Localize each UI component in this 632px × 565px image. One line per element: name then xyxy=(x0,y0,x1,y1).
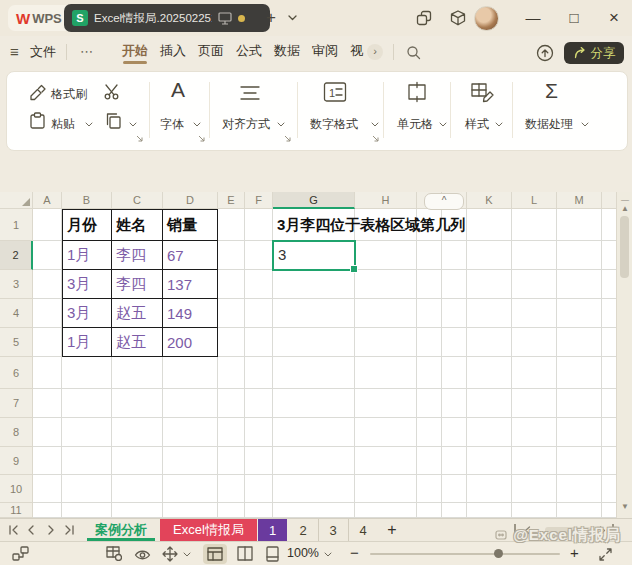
cell-I8[interactable] xyxy=(417,418,442,447)
cell-B7[interactable] xyxy=(62,389,112,418)
cut-scissors-icon[interactable] xyxy=(103,83,121,100)
column-header-E[interactable]: E xyxy=(218,192,245,209)
zoom-slider-track[interactable] xyxy=(370,553,560,555)
zoom-in-button[interactable]: + xyxy=(570,542,579,564)
cell-H4[interactable] xyxy=(355,299,417,328)
cell-L8[interactable] xyxy=(512,418,557,447)
cell-C8[interactable] xyxy=(112,418,163,447)
cell-G7[interactable] xyxy=(273,389,355,418)
cells-menu[interactable]: 单元格 xyxy=(397,116,433,133)
prev-sheet-icon[interactable] xyxy=(27,525,35,535)
cell-E5[interactable] xyxy=(218,328,245,357)
cell-A3[interactable] xyxy=(33,270,62,299)
share-button[interactable]: 分享 xyxy=(564,42,624,64)
cell-C5[interactable]: 赵五 xyxy=(112,328,163,357)
cell-K3[interactable] xyxy=(467,270,512,299)
collapse-ribbon-button[interactable]: ^ xyxy=(424,193,464,210)
cell-partial[interactable] xyxy=(602,241,616,270)
cell-K8[interactable] xyxy=(467,418,512,447)
cell-G10[interactable] xyxy=(273,475,355,503)
page-layout-view-button[interactable] xyxy=(265,546,280,562)
cell-M8[interactable] xyxy=(557,418,602,447)
column-header-D[interactable]: D xyxy=(163,192,218,209)
cell-E1[interactable] xyxy=(218,209,245,241)
cell-D9[interactable] xyxy=(163,447,218,475)
cell-partial[interactable] xyxy=(602,503,616,518)
cell-L6[interactable] xyxy=(512,357,557,389)
split-view-button[interactable] xyxy=(237,546,253,561)
cell-H5[interactable] xyxy=(355,328,417,357)
cell-J6[interactable] xyxy=(442,357,467,389)
zoom-out-button[interactable]: − xyxy=(350,542,359,564)
cell-F8[interactable] xyxy=(245,418,273,447)
cell-G6[interactable] xyxy=(273,357,355,389)
eye-visibility-icon[interactable] xyxy=(134,549,151,561)
cell-F7[interactable] xyxy=(245,389,273,418)
cell-H6[interactable] xyxy=(355,357,417,389)
cell-B8[interactable] xyxy=(62,418,112,447)
cell-E3[interactable] xyxy=(218,270,245,299)
column-header-K[interactable]: K xyxy=(467,192,512,209)
cell-L1[interactable] xyxy=(512,209,557,241)
cell-K10[interactable] xyxy=(467,475,512,503)
column-header-G[interactable]: G xyxy=(273,192,355,209)
scrollbar-split-handle[interactable]: — xyxy=(617,195,632,204)
cell-I7[interactable] xyxy=(417,389,442,418)
cell-B1[interactable]: 月份 xyxy=(62,209,112,241)
cell-D3[interactable]: 137 xyxy=(163,270,218,299)
cell-C7[interactable] xyxy=(112,389,163,418)
cell-M10[interactable] xyxy=(557,475,602,503)
cell-C10[interactable] xyxy=(112,475,163,503)
cell-K6[interactable] xyxy=(467,357,512,389)
cell-I6[interactable] xyxy=(417,357,442,389)
cell-K2[interactable] xyxy=(467,241,512,270)
move-dropdown-chevron[interactable] xyxy=(183,552,191,557)
cell-F11[interactable] xyxy=(245,503,273,518)
scroll-up-arrow-icon[interactable]: ▲ xyxy=(617,204,632,213)
cell-J2[interactable] xyxy=(442,241,467,270)
paste-dropdown-chevron[interactable] xyxy=(85,122,93,127)
cell-G11[interactable] xyxy=(273,503,355,518)
column-header-F[interactable]: F xyxy=(245,192,273,209)
cell-G8[interactable] xyxy=(273,418,355,447)
cell-B5[interactable]: 1月 xyxy=(62,328,112,357)
cell-M4[interactable] xyxy=(557,299,602,328)
cell-A10[interactable] xyxy=(33,475,62,503)
cells-dropdown-chevron[interactable] xyxy=(439,122,447,127)
cell-B9[interactable] xyxy=(62,447,112,475)
cell-D7[interactable] xyxy=(163,389,218,418)
row-header-1[interactable]: 1 xyxy=(0,209,33,241)
cell-C9[interactable] xyxy=(112,447,163,475)
font-dialog-launcher[interactable] xyxy=(197,134,206,143)
alignment-dialog-launcher[interactable] xyxy=(283,134,292,143)
font-menu[interactable]: 字体 xyxy=(160,116,184,133)
cell-partial[interactable] xyxy=(602,328,616,357)
fullscreen-expand-icon[interactable] xyxy=(598,547,613,562)
cell-B2[interactable]: 1月 xyxy=(62,241,112,270)
vertical-scrollbar[interactable]: — ▲ ▼ xyxy=(616,192,632,518)
new-tab-button[interactable]: + xyxy=(260,4,282,32)
cell-E7[interactable] xyxy=(218,389,245,418)
cell-D10[interactable] xyxy=(163,475,218,503)
cell-M6[interactable] xyxy=(557,357,602,389)
row-header-8[interactable]: 8 xyxy=(0,418,33,447)
user-avatar[interactable] xyxy=(474,6,499,31)
clipboard-dialog-launcher[interactable] xyxy=(135,134,144,143)
cell-J5[interactable] xyxy=(442,328,467,357)
cell-C3[interactable]: 李四 xyxy=(112,270,163,299)
column-header-partial[interactable] xyxy=(602,192,616,209)
cell-H11[interactable] xyxy=(355,503,417,518)
active-cell-selection[interactable]: 3 xyxy=(272,240,356,271)
cell-F10[interactable] xyxy=(245,475,273,503)
cell-M2[interactable] xyxy=(557,241,602,270)
cell-D11[interactable] xyxy=(163,503,218,518)
row-header-7[interactable]: 7 xyxy=(0,389,33,418)
menu-file[interactable]: 文件 xyxy=(30,36,56,68)
row-header-2[interactable]: 2 xyxy=(0,241,33,270)
cell-H3[interactable] xyxy=(355,270,417,299)
macro-recorder-icon[interactable] xyxy=(12,546,29,562)
cell-partial[interactable] xyxy=(602,357,616,389)
row-header-5[interactable]: 5 xyxy=(0,328,33,357)
cell-A6[interactable] xyxy=(33,357,62,389)
sheet-tab-case-analysis[interactable]: 案例分析 xyxy=(84,519,158,541)
